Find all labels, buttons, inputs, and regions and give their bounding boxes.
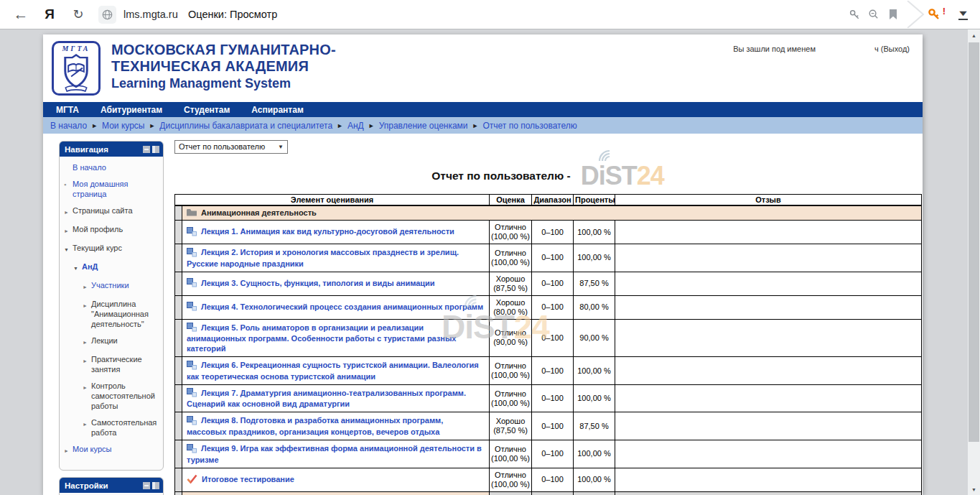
sidebar-item-current-course[interactable]: ▼Текущий курс [64, 243, 160, 255]
breadcrumb-my-courses[interactable]: Мои курсы [102, 121, 144, 131]
expanded-triangle-icon[interactable]: ▼ [64, 243, 73, 255]
breadcrumb: В начало ► Мои курсы ► Дисциплины бакала… [43, 117, 923, 134]
org-title: МОСКОВСКАЯ ГУМАНИТАРНО- ТЕХНИЧЕСКАЯ АКАД… [111, 42, 336, 92]
col-header-feedback: Отзыв [615, 194, 922, 205]
breadcrumb-user-report[interactable]: Отчет по пользователю [483, 121, 577, 131]
grade-cell: Хорошо(80,00 %) [490, 295, 532, 319]
breadcrumb-disciplines[interactable]: Дисциплины бакалавриата и специалитета [159, 121, 332, 131]
sidebar-item-and[interactable]: ▼АнД [64, 262, 160, 274]
scroll-down-arrow[interactable]: ▼ [968, 484, 980, 495]
collapse-block-icon[interactable] [143, 146, 150, 153]
folder-icon [187, 208, 197, 218]
lesson-icon [187, 302, 197, 313]
range-cell: 0–100 [532, 440, 574, 468]
feedback-cell [615, 412, 922, 440]
grade-item-link[interactable]: Лекция 2. История и хронология массовых … [187, 248, 459, 268]
range-cell: 0–100 [532, 221, 574, 244]
sidebar-item-home[interactable]: В начало [64, 162, 160, 172]
range-cell: 0–100 [532, 468, 574, 491]
dock-block-icon[interactable] [152, 482, 159, 489]
percent-cell: 96,38 % [574, 491, 615, 495]
grade-cell: Отлично(100,00 %) [490, 440, 532, 468]
sidebar-item-participants[interactable]: ►Участники [64, 280, 160, 292]
password-key-icon[interactable] [846, 0, 863, 29]
zoom-search-icon[interactable] [864, 0, 882, 29]
grade-item-link[interactable]: Лекция 9. Игра как эффективная форма ани… [187, 444, 482, 464]
collapse-block-icon[interactable] [143, 482, 150, 489]
nav-item-abiturientam[interactable]: Абитуриентам [101, 105, 162, 115]
sidebar-item-lectures[interactable]: ►Лекции [64, 336, 160, 348]
percent-cell: 100,00 % [574, 357, 615, 385]
collapsed-triangle-icon[interactable]: ► [83, 336, 91, 348]
download-icon[interactable]: ← ▼ [952, 0, 974, 29]
breadcrumb-course[interactable]: АнД [347, 121, 364, 131]
grade-item-link[interactable]: Итоговое тестирование [202, 475, 294, 484]
collapsed-triangle-icon[interactable]: ► [83, 417, 91, 430]
refresh-icon[interactable]: ↻ [67, 0, 89, 29]
feedback-cell [615, 295, 922, 319]
grade-item-link[interactable]: Лекция 5. Роль аниматоров в организации … [187, 323, 457, 353]
sidebar-item-my-home[interactable]: ▪Моя домашняя страница [64, 179, 160, 199]
breadcrumb-separator-icon: ► [91, 122, 98, 129]
range-cell: 0–100 [532, 412, 574, 440]
table-row: Лекция 2. История и хронология массовых … [175, 244, 922, 272]
site-header: МГТА МОСКОВСКАЯ ГУМАНИТАРНО- ТЕХНИЧЕСКАЯ… [43, 34, 923, 102]
breadcrumb-grades[interactable]: Управление оценками [379, 121, 468, 131]
collapsed-triangle-icon[interactable]: ► [83, 299, 91, 311]
nav-item-mgta[interactable]: МГТА [56, 105, 79, 115]
sidebar-item-selfwork[interactable]: ►Самостоятельная работа [64, 417, 160, 438]
grade-cell: Хорошо(87,50 %) [490, 412, 532, 440]
collapsed-triangle-icon[interactable]: ► [83, 354, 91, 366]
grade-item-link[interactable]: Лекция 4. Технологический процесс создан… [201, 302, 483, 311]
range-cell: 0–100 [532, 384, 574, 412]
sidebar-item-my-courses[interactable]: ►Мои курсы [64, 444, 160, 456]
course-total-row: Итоговая оценка за курс Отлично(96,38 %)… [175, 491, 922, 495]
collapsed-triangle-icon[interactable]: ► [83, 381, 91, 393]
nav-item-studentam[interactable]: Студентам [184, 105, 230, 115]
sidebar: Навигация В начало ▪Моя домашняя страниц… [59, 141, 164, 495]
expanded-triangle-icon[interactable]: ▼ [73, 262, 82, 274]
grade-cell: Отлично(100,00 %) [490, 357, 532, 385]
table-row: Лекция 5. Роль аниматоров в организации … [175, 319, 922, 357]
feedback-cell [615, 319, 922, 357]
breadcrumb-home[interactable]: В начало [50, 121, 87, 131]
lesson-icon [187, 227, 197, 238]
bookmark-icon[interactable] [885, 0, 902, 29]
grade-item-link[interactable]: Лекция 8. Подготовка и разработка анимац… [187, 416, 443, 436]
dock-block-icon[interactable] [152, 146, 159, 153]
feedback-cell [615, 491, 922, 495]
report-title: Отчет по пользователю - [431, 170, 570, 182]
sidebar-item-my-profile[interactable]: ►Мой профиль [64, 224, 160, 236]
yandex-logo-icon[interactable]: Я [39, 0, 60, 29]
collapsed-triangle-icon[interactable]: ► [64, 224, 73, 236]
sidebar-item-control[interactable]: ►Контроль самостоятельной работы [64, 381, 160, 411]
browser-toolbar: ← Я ↻ lms.mgta.ru Оценки: Просмотр ! ← ▼ [0, 0, 980, 29]
grade-item-link[interactable]: Лекция 6. Рекреационная сущность туристс… [187, 361, 479, 381]
sidebar-item-discipline[interactable]: ►Дисциплина "Анимационная деятельность" [64, 299, 160, 329]
login-name-tail: ч [874, 45, 879, 53]
vertical-scrollbar[interactable]: ▲ ▼ [968, 29, 980, 495]
scrollbar-thumb[interactable] [969, 42, 979, 442]
report-type-select[interactable]: Отчет по пользователю ▼ [174, 140, 288, 154]
table-row: Лекция 6. Рекреационная сущность туристс… [175, 357, 922, 385]
sidebar-item-practical[interactable]: ►Практические занятия [64, 354, 160, 374]
back-icon[interactable]: ← [10, 0, 32, 29]
category-row: Анимационная деятельность [175, 205, 922, 221]
address-url[interactable]: lms.mgta.ru [123, 0, 178, 29]
sidebar-item-site-pages[interactable]: ►Страницы сайта [64, 205, 160, 218]
grade-item-link[interactable]: Лекция 1. Анимация как вид культурно-дос… [201, 227, 454, 236]
scroll-up-arrow[interactable]: ▲ [968, 29, 980, 41]
grade-item-link[interactable]: Лекция 7. Драматургия анимационно-театра… [187, 389, 466, 409]
collapsed-triangle-icon[interactable]: ► [83, 280, 91, 292]
settings-block: Настройки ▼Управление оценками Обзорный … [59, 477, 164, 495]
grade-cell: Отлично(96,38 %) [490, 491, 532, 495]
grade-item-link[interactable]: Лекция 3. Сущность, функция, типология и… [201, 279, 435, 287]
percent-cell: 100,00 % [574, 244, 615, 272]
collapsed-triangle-icon[interactable]: ► [64, 205, 73, 218]
chevron-down-icon: ▼ [278, 144, 284, 150]
collapsed-triangle-icon[interactable]: ► [64, 444, 73, 456]
nav-item-aspirantam[interactable]: Аспирантам [251, 105, 304, 115]
password-alert-icon[interactable]: ! [923, 0, 945, 29]
feedback-cell [615, 384, 922, 412]
logout-link[interactable]: (Выход) [881, 45, 910, 53]
